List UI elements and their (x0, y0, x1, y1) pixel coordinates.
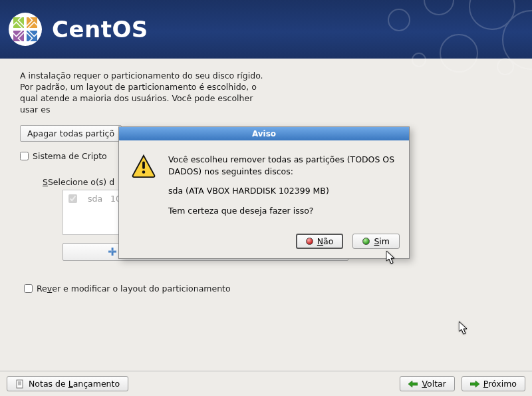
svg-point-6 (412, 53, 426, 67)
dialog-no-label: Não (317, 236, 334, 246)
dialog-yes-button[interactable]: Sim (352, 234, 400, 249)
brand-title: CentOS (52, 16, 148, 43)
encrypt-system-label: Sistema de Cripto (33, 151, 107, 161)
svg-rect-11 (27, 31, 37, 41)
svg-rect-9 (27, 17, 37, 28)
bottom-bar: Notas de Lançamento Voltar Próximo (0, 371, 532, 396)
svg-rect-10 (13, 31, 24, 41)
drive-checkbox (68, 194, 77, 204)
svg-rect-18 (112, 248, 112, 256)
svg-point-4 (440, 35, 477, 72)
release-notes-label: Notas de Lançamento (29, 379, 120, 389)
svg-rect-19 (108, 251, 116, 252)
header-swirl-decoration (359, 0, 532, 87)
back-label: Voltar (422, 379, 446, 389)
warning-dialog: Aviso Você escolheu remover todas as par… (118, 126, 410, 259)
svg-point-2 (388, 9, 410, 31)
arrow-left-icon (408, 381, 418, 387)
red-dot-icon (306, 238, 313, 245)
document-icon (15, 379, 25, 389)
green-dot-icon (362, 238, 370, 245)
svg-point-25 (142, 170, 146, 174)
svg-rect-8 (13, 17, 24, 28)
svg-point-3 (503, 11, 532, 69)
arrow-right-icon (470, 381, 479, 387)
svg-rect-24 (142, 161, 145, 168)
svg-rect-20 (17, 380, 23, 388)
partition-scheme-label: Apagar todas partiçõ (27, 128, 114, 138)
cursor-icon (459, 321, 469, 336)
next-label: Próximo (483, 379, 517, 389)
back-button[interactable]: Voltar (400, 376, 454, 391)
warning-icon (131, 154, 156, 179)
dialog-line3: Tem certeza que deseja fazer isso? (168, 205, 397, 217)
drive-name: sda (88, 194, 102, 204)
dialog-line2: sda (ATA VBOX HARDDISK 102399 MB) (168, 185, 397, 197)
encrypt-system-input[interactable] (20, 152, 29, 160)
encrypt-system-checkbox[interactable]: Sistema de Cripto (20, 151, 107, 161)
dialog-yes-label: Sim (374, 236, 390, 246)
centos-logo-icon (8, 12, 43, 47)
installer-header: CentOS (0, 0, 532, 59)
dialog-body: Você escolheu remover todas as partições… (168, 154, 397, 224)
review-layout-checkbox[interactable]: Rever e modificar o layout do particiona… (24, 284, 231, 294)
svg-point-1 (424, 0, 454, 15)
dialog-no-button[interactable]: Não (296, 234, 344, 249)
dialog-title: Aviso (119, 127, 409, 140)
svg-point-0 (469, 0, 515, 29)
plus-icon (108, 247, 117, 256)
intro-text: A instalação requer o particionamento do… (20, 71, 273, 116)
dialog-line1: Você escolheu remover todas as partições… (168, 154, 397, 177)
cursor-icon (386, 251, 397, 266)
review-layout-input[interactable] (24, 284, 33, 293)
release-notes-button[interactable]: Notas de Lançamento (7, 376, 128, 391)
review-layout-label: Rever e modificar o layout do particiona… (37, 284, 231, 294)
svg-point-5 (497, 59, 513, 75)
next-button[interactable]: Próximo (462, 376, 525, 391)
